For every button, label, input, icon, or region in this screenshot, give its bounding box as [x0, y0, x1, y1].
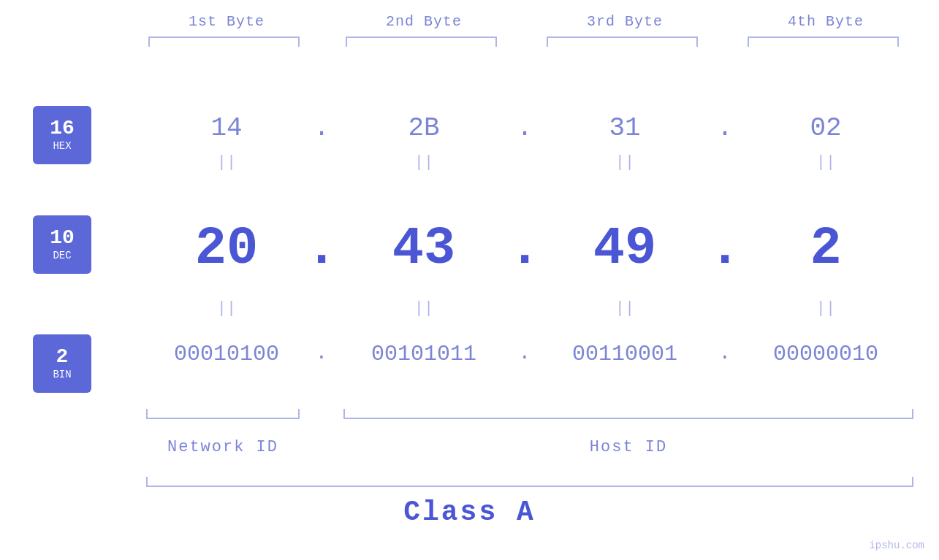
byte4-header: 4th Byte [753, 13, 899, 30]
class-a-label: Class A [0, 496, 939, 528]
bin-dot2: . [506, 342, 543, 364]
hex-byte3: 31 [552, 113, 698, 143]
hex-dot2: . [506, 113, 543, 143]
dec-dot1: . [303, 219, 340, 279]
eq2-byte1: || [153, 299, 300, 318]
content-area: 1st Byte 2nd Byte 3rd Byte 4th Byte 16 H… [0, 0, 939, 560]
eq1-byte4: || [753, 153, 899, 172]
host-bracket [343, 409, 913, 419]
page-container: 1st Byte 2nd Byte 3rd Byte 4th Byte 16 H… [0, 0, 939, 560]
eq2-byte4: || [753, 299, 899, 318]
byte1-header: 1st Byte [153, 13, 300, 30]
bin-badge: 2 BIN [33, 334, 91, 393]
bracket-top-2 [346, 37, 497, 47]
byte2-header: 2nd Byte [351, 13, 497, 30]
eq1-byte3: || [552, 153, 698, 172]
bin-byte2: 00101011 [351, 342, 497, 367]
eq1-byte2: || [351, 153, 497, 172]
bin-byte1: 00010100 [153, 342, 300, 367]
class-bracket [146, 477, 913, 487]
eq2-byte2: || [351, 299, 497, 318]
hex-byte1: 14 [153, 113, 300, 143]
dec-dot2: . [506, 219, 543, 279]
dec-byte4: 2 [753, 219, 899, 279]
hex-dot1: . [303, 113, 340, 143]
byte3-header: 3rd Byte [552, 13, 698, 30]
network-bracket [146, 409, 300, 419]
dec-dot3: . [707, 219, 743, 279]
dec-byte2: 43 [351, 219, 497, 279]
hex-dot3: . [707, 113, 743, 143]
host-id-label: Host ID [343, 438, 913, 456]
network-id-label: Network ID [146, 438, 300, 456]
bracket-top-3 [547, 37, 698, 47]
dec-byte3: 49 [552, 219, 698, 279]
site-label: ipshu.com [869, 540, 924, 551]
dec-byte1: 20 [153, 219, 300, 279]
eq2-byte3: || [552, 299, 698, 318]
bin-byte4: 00000010 [753, 342, 899, 367]
bracket-top-4 [748, 37, 899, 47]
eq1-byte1: || [153, 153, 300, 172]
dec-badge: 10 DEC [33, 215, 91, 274]
hex-byte2: 2B [351, 113, 497, 143]
bracket-top-1 [148, 37, 300, 47]
bin-dot3: . [707, 342, 743, 364]
bin-byte3: 00110001 [552, 342, 698, 367]
hex-badge: 16 HEX [33, 106, 91, 164]
hex-byte4: 02 [753, 113, 899, 143]
bin-dot1: . [303, 342, 340, 364]
